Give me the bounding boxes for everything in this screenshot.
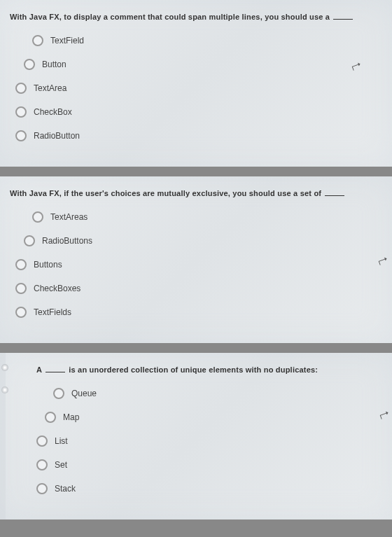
option-label: List (55, 436, 68, 446)
radio-option[interactable]: Buttons (15, 259, 382, 270)
option-label: Button (42, 60, 66, 69)
option-label: Buttons (34, 260, 62, 270)
radio-option[interactable]: TextArea (15, 83, 382, 94)
question-block-3: A is an unordered collection of unique e… (0, 353, 392, 519)
option-label: Map (63, 412, 79, 422)
question-prompt: With Java FX, to display a comment that … (10, 13, 382, 21)
options-group: TextAreas RadioButtons Buttons CheckBoxe… (10, 211, 382, 318)
left-edge-dot (1, 386, 8, 393)
radio-icon (15, 259, 27, 270)
radio-icon (24, 235, 35, 246)
radio-option[interactable]: CheckBoxes (15, 283, 382, 294)
left-edge-dot (1, 364, 8, 371)
radio-icon (15, 283, 27, 294)
option-label: TextFields (34, 307, 71, 317)
radio-option[interactable]: TextField (32, 35, 382, 46)
radio-option[interactable]: List (36, 435, 382, 447)
radio-option[interactable]: RadioButton (15, 130, 382, 141)
radio-icon (15, 130, 27, 141)
radio-icon (24, 59, 35, 70)
prompt-text-pre: A (36, 365, 44, 374)
radio-icon (15, 83, 27, 94)
radio-icon (45, 412, 56, 423)
radio-icon (53, 388, 64, 399)
radio-icon (15, 106, 27, 118)
radio-option[interactable]: TextFields (15, 307, 382, 318)
option-label: Stack (55, 484, 76, 494)
question-block-1: With Java FX, to display a comment that … (0, 0, 392, 167)
option-label: Set (55, 460, 67, 470)
option-label: TextField (50, 36, 84, 46)
blank-fill (325, 195, 344, 196)
blank-fill (46, 372, 65, 372)
radio-icon (36, 459, 48, 470)
radio-option[interactable]: TextAreas (32, 211, 382, 223)
option-label: RadioButtons (42, 236, 92, 246)
options-group: Queue Map List Set Stack (15, 388, 382, 494)
option-label: TextArea (34, 83, 66, 93)
radio-icon (15, 307, 27, 318)
question-prompt: With Java FX, if the user's choices are … (10, 189, 382, 197)
option-label: CheckBoxes (34, 284, 80, 293)
radio-icon (32, 35, 43, 46)
prompt-text-pre: With Java FX, if the user's choices are … (10, 189, 323, 197)
radio-option[interactable]: Map (45, 412, 382, 423)
prompt-text-pre: With Java FX, to display a comment that … (10, 13, 332, 21)
radio-icon (36, 483, 48, 494)
left-edge-fragment (0, 353, 6, 519)
option-label: CheckBox (34, 107, 72, 117)
question-block-2: With Java FX, if the user's choices are … (0, 176, 392, 343)
radio-option[interactable]: Button (24, 59, 382, 70)
prompt-text-post: is an unordered collection of unique ele… (66, 365, 318, 374)
option-label: TextAreas (50, 212, 88, 222)
question-prompt: A is an unordered collection of unique e… (15, 365, 382, 374)
radio-option[interactable]: Stack (36, 483, 382, 494)
radio-option[interactable]: Queue (53, 388, 382, 399)
option-label: Queue (71, 389, 97, 398)
radio-icon (36, 435, 48, 447)
radio-option[interactable]: Set (36, 459, 382, 470)
options-group: TextField Button TextArea CheckBox Radio… (10, 35, 382, 141)
option-label: RadioButton (34, 131, 80, 141)
radio-option[interactable]: CheckBox (15, 106, 382, 118)
radio-icon (32, 211, 43, 223)
blank-fill (333, 19, 353, 20)
radio-option[interactable]: RadioButtons (24, 235, 382, 246)
